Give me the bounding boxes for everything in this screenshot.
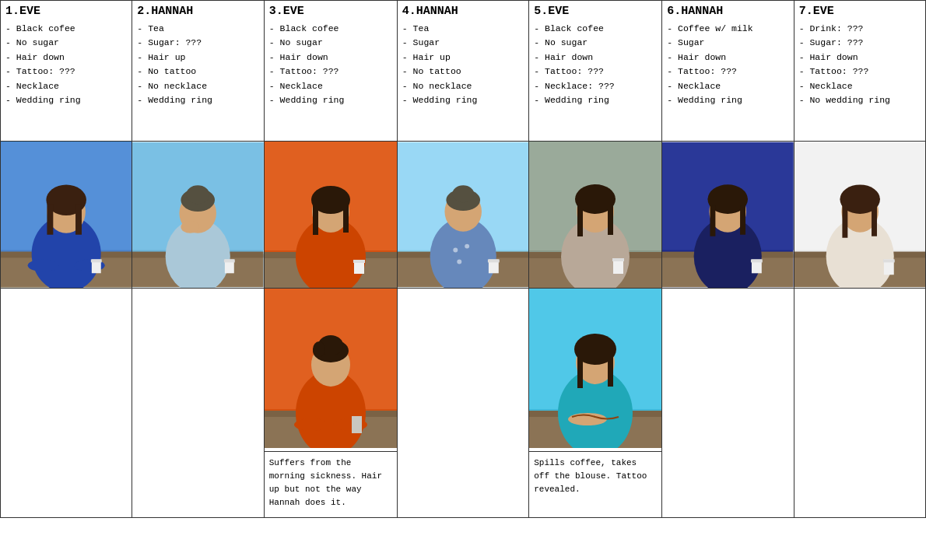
attr-item: - Hair up [402, 51, 524, 65]
attr-item: - Black cofee [534, 22, 657, 36]
col2-video-frame [132, 142, 263, 288]
attr-item: - Hair down [667, 51, 788, 65]
attr-item: - Wedding ring [667, 93, 788, 107]
col5-video-frame [529, 142, 661, 288]
col7-header: 7.EVE - Drink: ??? - Sugar: ??? - Hair d… [794, 1, 925, 142]
svg-rect-31 [313, 205, 318, 235]
svg-rect-80 [883, 259, 895, 262]
svg-rect-58 [612, 258, 624, 261]
attr-item: - Black cofee [5, 22, 127, 36]
bottom-row: Suffers from the morning sickness. Hair … [1, 289, 926, 518]
col5-attrs: - Black cofee - No sugar - Hair down - T… [534, 22, 657, 107]
svg-rect-92 [352, 416, 362, 433]
top-video-row [1, 142, 926, 289]
svg-rect-8 [75, 204, 82, 235]
attr-item: - Wedding ring [137, 93, 258, 107]
col2-header: 2.HANNAH - Tea - Sugar: ??? - Hair up - … [132, 1, 264, 142]
svg-rect-23 [224, 259, 235, 262]
col4-attrs: - Tea - Sugar - Hair up - No tattoo - No… [402, 22, 524, 107]
svg-rect-69 [751, 259, 763, 262]
svg-rect-12 [91, 259, 102, 262]
attr-item: - Wedding ring [534, 93, 657, 107]
attr-item: - No wedding ring [799, 93, 921, 107]
attr-item: - Sugar: ??? [799, 36, 921, 50]
attr-item: - Drink: ??? [799, 22, 921, 36]
col4-title: 4.HANNAH [402, 5, 524, 18]
attr-item: - Wedding ring [269, 93, 392, 107]
col3-attrs: - Black cofee - No sugar - Hair down - T… [269, 22, 392, 107]
col3-bottom: Suffers from the morning sickness. Hair … [264, 289, 397, 518]
attr-item: - Necklace [667, 79, 788, 93]
attr-item: - No sugar [5, 36, 127, 50]
main-grid: 1.EVE - Black cofee - No sugar - Hair do… [0, 0, 926, 518]
attr-item: - Black cofee [269, 22, 392, 36]
attr-item: - Tattoo: ??? [5, 65, 127, 79]
col3-header: 3.EVE - Black cofee - No sugar - Hair do… [264, 1, 397, 142]
attr-item: - Necklace: ??? [534, 79, 657, 93]
attr-item: - Wedding ring [5, 93, 127, 107]
attr-item: - Sugar [402, 36, 524, 50]
attr-item: - No necklace [402, 79, 524, 93]
svg-rect-56 [608, 205, 613, 235]
col5-bottom-note: Spills coffee, takes off the blouse. Tat… [529, 451, 661, 517]
attr-item: - Hair down [269, 51, 392, 65]
col5-video [529, 142, 662, 289]
col5-bottom-video [529, 289, 661, 448]
attr-item: - Hair down [5, 51, 127, 65]
svg-rect-34 [353, 260, 365, 263]
col6-header: 6.HANNAH - Coffee w/ milk - Sugar - Hair… [662, 1, 794, 142]
svg-point-41 [465, 244, 469, 249]
col3-video-frame [265, 142, 397, 288]
attr-item: - Tattoo: ??? [534, 65, 657, 79]
svg-point-90 [294, 418, 328, 431]
col6-attrs: - Coffee w/ milk - Sugar - Hair down - T… [667, 22, 788, 107]
col3-bottom-note: Suffers from the morning sickness. Hair … [265, 451, 397, 517]
col1-video [1, 142, 132, 289]
col4-video-frame [398, 142, 528, 288]
svg-point-91 [333, 418, 367, 431]
col4-video [397, 142, 528, 289]
svg-point-21 [181, 221, 200, 233]
col1-attrs: - Black cofee - No sugar - Hair down - T… [5, 22, 127, 107]
col1-video-frame [1, 142, 132, 288]
svg-point-89 [313, 341, 325, 357]
attr-item: - Necklace [269, 79, 392, 93]
attr-item: - Tea [402, 22, 524, 36]
col6-bottom [662, 289, 794, 518]
svg-point-40 [453, 248, 458, 253]
header-row: 1.EVE - Black cofee - No sugar - Hair do… [1, 1, 926, 142]
col3-title: 3.EVE [269, 5, 392, 18]
svg-rect-66 [710, 205, 716, 236]
svg-point-45 [452, 185, 474, 202]
attr-item: - Coffee w/ milk [667, 22, 788, 36]
col7-title: 7.EVE [799, 5, 921, 18]
col2-attrs: - Tea - Sugar: ??? - Hair up - No tattoo… [137, 22, 258, 107]
svg-point-9 [28, 259, 59, 271]
col6-title: 6.HANNAH [667, 5, 788, 18]
svg-rect-67 [740, 205, 745, 235]
col7-attrs: - Drink: ??? - Sugar: ??? - Hair down - … [799, 22, 921, 107]
col2-video [132, 142, 264, 289]
attr-item: - Hair down [799, 51, 921, 65]
attr-item: - Tea [137, 22, 258, 36]
svg-point-42 [457, 259, 461, 264]
col7-video [794, 142, 925, 289]
svg-rect-7 [47, 204, 53, 235]
svg-rect-77 [842, 205, 847, 238]
svg-rect-47 [488, 259, 500, 262]
col1-title: 1.EVE [5, 5, 127, 18]
attr-item: - Tattoo: ??? [667, 65, 788, 79]
col5-title: 5.EVE [534, 5, 657, 18]
svg-rect-78 [872, 205, 877, 236]
attr-item: - Necklace [799, 79, 921, 93]
col4-bottom [397, 289, 528, 518]
col2-title: 2.HANNAH [137, 5, 258, 18]
attr-item: - Sugar: ??? [137, 36, 258, 50]
svg-rect-55 [577, 205, 583, 236]
attr-item: - No tattoo [137, 65, 258, 79]
attr-item: - Wedding ring [402, 93, 524, 107]
attr-item: - Sugar [667, 36, 788, 50]
svg-rect-100 [577, 355, 583, 388]
svg-point-20 [187, 185, 210, 204]
col3-video [264, 142, 397, 289]
